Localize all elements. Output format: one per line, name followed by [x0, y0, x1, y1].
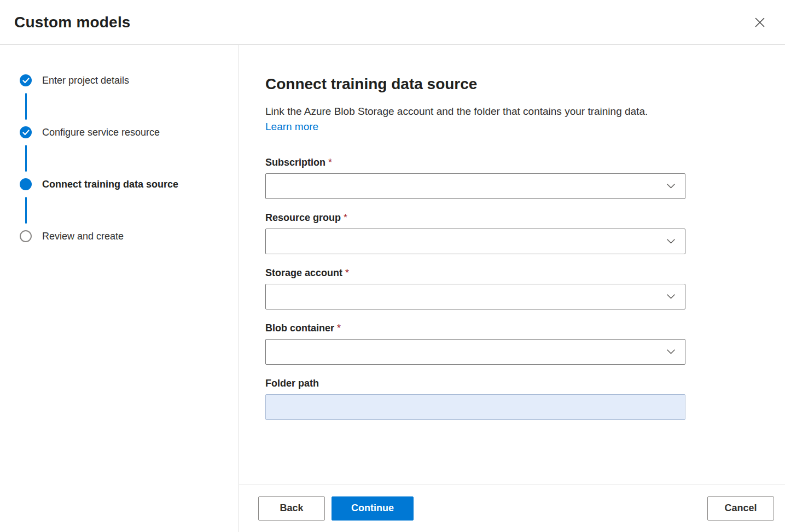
step-completed-check-icon	[20, 126, 32, 138]
step-connector	[25, 197, 27, 224]
blob-container-dropdown[interactable]	[265, 339, 685, 365]
main-content: Connect training data source Link the Az…	[239, 45, 785, 484]
step-label: Configure service resource	[42, 127, 160, 138]
resource-group-dropdown[interactable]	[265, 229, 685, 254]
step-current-icon	[20, 178, 32, 190]
step-connector	[25, 93, 27, 120]
field-label-text: Folder path	[265, 378, 319, 389]
field-label-text: Storage account	[265, 267, 342, 278]
wizard-stepper: Enter project details Configure service …	[0, 45, 239, 532]
required-asterisk: *	[337, 323, 341, 334]
modal-footer: Back Continue Cancel	[239, 484, 785, 532]
content-title: Connect training data source	[265, 75, 785, 93]
chevron-down-icon	[667, 349, 675, 354]
field-resource-group: Resource group*	[265, 212, 685, 254]
content-description: Link the Azure Blob Storage account and …	[265, 104, 670, 134]
step-connector	[25, 145, 27, 172]
chevron-down-icon	[667, 239, 675, 244]
step-label: Connect training data source	[42, 179, 178, 190]
required-asterisk: *	[328, 157, 332, 168]
field-folder-path: Folder path	[265, 378, 685, 420]
back-button[interactable]: Back	[258, 496, 325, 521]
field-blob-container: Blob container*	[265, 323, 685, 365]
required-asterisk: *	[345, 267, 349, 278]
modal-header: Custom models	[0, 0, 785, 45]
continue-button[interactable]: Continue	[332, 496, 414, 521]
description-text: Link the Azure Blob Storage account and …	[265, 106, 648, 117]
folder-path-input[interactable]	[265, 394, 685, 420]
step-review-and-create[interactable]: Review and create	[20, 230, 239, 243]
chevron-down-icon	[667, 294, 675, 299]
chevron-down-icon	[667, 184, 675, 189]
data-source-form: Subscription* Resource group*	[265, 157, 685, 420]
field-label-blob-container: Blob container*	[265, 323, 685, 334]
storage-account-dropdown[interactable]	[265, 284, 685, 309]
field-label-subscription: Subscription*	[265, 157, 685, 168]
step-label: Review and create	[42, 231, 124, 242]
close-icon[interactable]	[751, 14, 769, 31]
field-label-resource-group: Resource group*	[265, 212, 685, 224]
field-label-storage-account: Storage account*	[265, 267, 685, 279]
step-enter-project-details[interactable]: Enter project details	[20, 74, 239, 87]
learn-more-link[interactable]: Learn more	[265, 121, 318, 132]
field-label-text: Resource group	[265, 212, 341, 223]
field-storage-account: Storage account*	[265, 267, 685, 309]
step-upcoming-icon	[20, 230, 32, 242]
field-label-folder-path: Folder path	[265, 378, 685, 389]
step-label: Enter project details	[42, 75, 129, 86]
page-title: Custom models	[14, 14, 131, 31]
field-label-text: Subscription	[265, 157, 325, 168]
field-subscription: Subscription*	[265, 157, 685, 199]
step-completed-check-icon	[20, 74, 32, 86]
cancel-button[interactable]: Cancel	[707, 496, 774, 521]
subscription-dropdown[interactable]	[265, 173, 685, 199]
required-asterisk: *	[344, 212, 347, 223]
step-configure-service-resource[interactable]: Configure service resource	[20, 126, 239, 139]
step-connect-training-data-source[interactable]: Connect training data source	[20, 178, 239, 191]
field-label-text: Blob container	[265, 323, 334, 334]
